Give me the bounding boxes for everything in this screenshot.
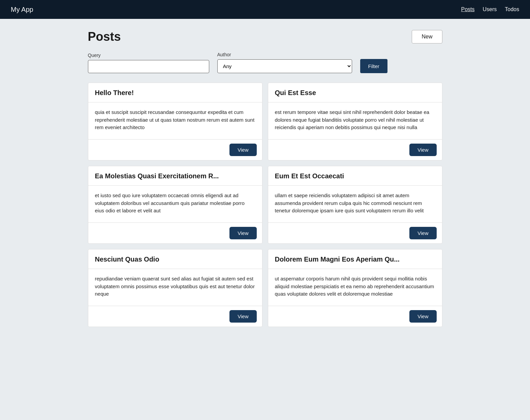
post-card: Hello There! quia et suscipit suscipit r… <box>88 83 262 160</box>
post-footer: View <box>268 223 442 243</box>
main-content: Posts New Query Author Any Filter Hello … <box>80 19 450 338</box>
author-select[interactable]: Any <box>217 59 352 73</box>
app-brand: My App <box>11 6 33 13</box>
posts-grid: Hello There! quia et suscipit suscipit r… <box>88 83 442 327</box>
post-footer: View <box>88 306 262 327</box>
post-footer: View <box>268 306 442 327</box>
post-body: est rerum tempore vitae sequi sint nihil… <box>268 102 442 140</box>
query-label: Query <box>88 53 209 58</box>
post-footer: View <box>88 140 262 160</box>
post-body: ut aspernatur corporis harum nihil quis … <box>268 269 442 306</box>
post-title: Ea Molestias Quasi Exercitationem R... <box>88 166 262 186</box>
view-button[interactable]: View <box>229 310 256 323</box>
query-input[interactable] <box>88 60 209 73</box>
view-button[interactable]: View <box>409 310 436 323</box>
view-button[interactable]: View <box>409 144 436 156</box>
nav-link-users[interactable]: Users <box>483 6 497 12</box>
post-body: et iusto sed quo iure voluptatem occaeca… <box>88 186 262 223</box>
nav-link-todos[interactable]: Todos <box>505 6 519 12</box>
page-title: Posts <box>88 30 121 44</box>
navbar: My App Posts Users Todos <box>0 0 530 19</box>
post-title: Dolorem Eum Magni Eos Aperiam Qu... <box>268 249 442 269</box>
post-title: Qui Est Esse <box>268 83 442 102</box>
nav-link-posts[interactable]: Posts <box>461 6 475 12</box>
post-card: Eum Et Est Occaecati ullam et saepe reic… <box>268 166 442 244</box>
post-title: Nesciunt Quas Odio <box>88 249 262 269</box>
author-filter-group: Author Any <box>217 52 352 73</box>
post-card: Ea Molestias Quasi Exercitationem R... e… <box>88 166 262 244</box>
post-body: ullam et saepe reiciendis voluptatem adi… <box>268 186 442 223</box>
post-card: Dolorem Eum Magni Eos Aperiam Qu... ut a… <box>268 249 442 327</box>
query-filter-group: Query <box>88 53 209 73</box>
filter-button[interactable]: Filter <box>360 59 387 73</box>
nav-links: Posts Users Todos <box>461 6 520 12</box>
filter-area: Query Author Any Filter <box>88 52 442 73</box>
view-button[interactable]: View <box>409 227 436 239</box>
post-card: Nesciunt Quas Odio repudiandae veniam qu… <box>88 249 262 327</box>
post-title: Hello There! <box>88 83 262 102</box>
post-footer: View <box>268 140 442 160</box>
new-button[interactable]: New <box>412 30 442 43</box>
post-body: repudiandae veniam quaerat sunt sed alia… <box>88 269 262 306</box>
post-title: Eum Et Est Occaecati <box>268 166 442 186</box>
view-button[interactable]: View <box>229 227 256 239</box>
post-footer: View <box>88 223 262 243</box>
author-label: Author <box>217 52 352 57</box>
page-header: Posts New <box>88 30 442 44</box>
view-button[interactable]: View <box>229 144 256 156</box>
post-card: Qui Est Esse est rerum tempore vitae seq… <box>268 83 442 160</box>
post-body: quia et suscipit suscipit recusandae con… <box>88 102 262 140</box>
